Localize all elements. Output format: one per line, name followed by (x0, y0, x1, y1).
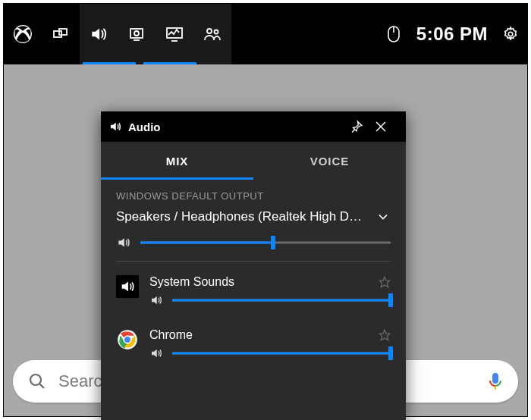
output-device-dropdown[interactable]: Speakers / Headphones (Realtek High D… (116, 209, 391, 224)
output-section-label: WINDOWS DEFAULT OUTPUT (116, 190, 391, 202)
master-volume-slider[interactable] (140, 237, 391, 249)
master-volume-row (116, 235, 391, 250)
svg-rect-1 (54, 31, 61, 37)
mic-icon[interactable] (488, 371, 503, 391)
pin-icon[interactable] (350, 120, 374, 133)
volume-icon[interactable] (149, 293, 163, 307)
app-name: System Sounds (149, 275, 379, 289)
svg-marker-23 (379, 330, 389, 340)
system-sounds-icon (116, 275, 139, 298)
audio-panel-header[interactable]: Audio (101, 111, 406, 142)
game-bar-topbar: 5:06 PM (4, 4, 527, 64)
panel-title: Audio (128, 121, 161, 133)
audio-icon (108, 120, 122, 133)
search-icon (28, 372, 46, 390)
app-volume-slider[interactable] (172, 294, 391, 306)
volume-icon[interactable] (149, 346, 163, 360)
star-icon[interactable] (379, 329, 391, 341)
performance-icon[interactable] (156, 4, 193, 64)
mouse-icon (377, 4, 410, 64)
app-volume-slider[interactable] (172, 347, 391, 359)
svg-rect-15 (492, 373, 498, 384)
audio-tab-icon[interactable] (80, 4, 118, 64)
clock: 5:06 PM (416, 24, 488, 45)
output-device-name: Speakers / Headphones (Realtek High D… (116, 209, 375, 224)
widgets-icon[interactable] (42, 4, 80, 64)
xbox-icon[interactable] (4, 4, 42, 64)
svg-rect-2 (59, 29, 67, 35)
svg-line-14 (39, 384, 44, 388)
svg-point-8 (207, 29, 212, 33)
app-row-system-sounds: System Sounds (116, 275, 391, 318)
app-row-chrome: Chrome (116, 328, 391, 371)
chrome-icon (116, 328, 139, 351)
star-icon[interactable] (379, 276, 391, 288)
audio-tabs: MIX VOICE (101, 142, 406, 180)
audio-panel: Audio MIX VOICE WINDOWS DEFAULT OUTPUT S… (101, 111, 406, 420)
chevron-down-icon (375, 209, 391, 224)
divider (116, 261, 391, 262)
svg-point-4 (134, 31, 139, 36)
app-name: Chrome (149, 328, 379, 342)
svg-marker-19 (379, 277, 389, 287)
tab-voice[interactable]: VOICE (253, 142, 406, 180)
close-icon[interactable] (374, 120, 398, 133)
svg-point-13 (30, 375, 41, 385)
volume-icon[interactable] (116, 235, 131, 250)
app-frame: 5:06 PM Search Audio (3, 3, 528, 417)
svg-point-9 (215, 30, 218, 34)
active-tab-group (80, 4, 231, 64)
settings-gear-icon[interactable] (494, 4, 527, 64)
svg-rect-3 (130, 29, 143, 38)
svg-point-12 (508, 32, 513, 36)
social-icon[interactable] (193, 4, 231, 64)
tab-mix[interactable]: MIX (101, 142, 253, 180)
capture-icon[interactable] (118, 4, 156, 64)
